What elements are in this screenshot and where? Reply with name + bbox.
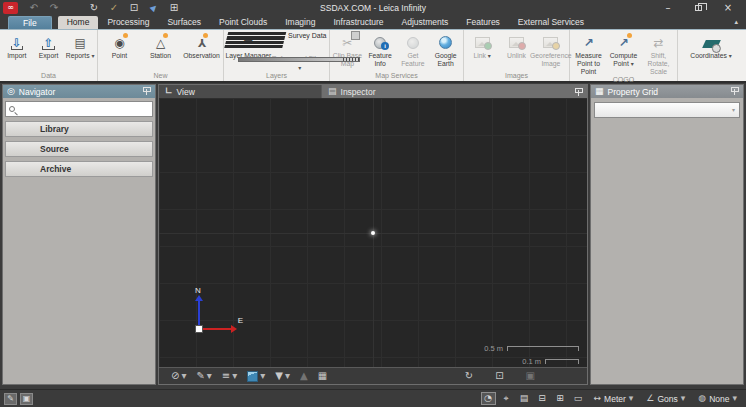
archive-button[interactable]: ⊡ <box>126 2 142 15</box>
close-button[interactable]: × <box>720 2 736 15</box>
delete-button[interactable] <box>66 2 82 15</box>
tab-surfaces[interactable]: Surfaces <box>158 16 210 29</box>
shift-rotate-scale-button-icon: ⇄ <box>653 37 663 49</box>
status-locate-button[interactable]: ⌖ <box>499 392 514 405</box>
crs-select[interactable]: ◍None▾ <box>693 394 742 404</box>
view-toolbar: ⊘▾✎▾≡▾▾▼▾▲▦ ↻⊡▣ <box>159 367 587 384</box>
property-grid-icon: ▦ <box>595 87 604 96</box>
georeference-image-button[interactable]: Georeference Image <box>534 33 568 68</box>
ribbon-group-images: Link ▾UnlinkGeoreference ImageImages <box>464 30 570 81</box>
search-input[interactable] <box>18 105 149 114</box>
tab-inspector[interactable]: ▤ Inspector <box>321 85 574 98</box>
tab-view[interactable]: ∟ View <box>159 85 321 98</box>
grid-toggle-button[interactable]: ▦ <box>314 369 331 384</box>
property-grid-panel: ▦ Property Grid ▾ <box>590 84 744 385</box>
property-grid-selector[interactable]: ▾ <box>594 102 740 118</box>
unlink-image-button[interactable]: Unlink <box>499 33 533 60</box>
sync-button[interactable]: ↻ <box>86 2 102 15</box>
tab-adjustments[interactable]: Adjustments <box>393 16 458 29</box>
clip-base-map-button[interactable]: ✂Clip Base Map <box>331 33 364 68</box>
reset-rotation-button[interactable]: ↻ <box>461 369 477 384</box>
coordinates-button-icon <box>702 40 721 48</box>
pin-tool-button[interactable]: ▶ <box>146 2 162 15</box>
view-pin-icon[interactable] <box>574 88 583 97</box>
property-grid-pin-icon[interactable] <box>730 87 739 96</box>
reports-button-label: Reports ▾ <box>66 52 95 60</box>
view-orientation-button[interactable]: ▾ <box>243 369 269 384</box>
layout-button-icon: ⊞ <box>170 3 178 13</box>
layers-dropdown-button[interactable]: ▾ <box>298 65 301 71</box>
referenced-files-button[interactable]: Referenced Files ▾ <box>272 55 328 62</box>
status-panel-button[interactable]: ▣ <box>20 393 33 405</box>
google-earth-button[interactable]: Google Earth <box>429 33 462 68</box>
navigator-pin-icon[interactable] <box>142 87 151 96</box>
tab-infrastructure[interactable]: Infrastructure <box>324 16 392 29</box>
navigator-section-archive[interactable]: Archive <box>5 161 153 177</box>
feature-info-button[interactable]: Feature Info <box>364 33 397 68</box>
status-pencil-button[interactable]: ✎ <box>4 393 17 405</box>
stamp-button[interactable]: ✓ <box>106 2 122 15</box>
status-list-button[interactable]: ▤ <box>517 392 532 405</box>
collapse-ribbon-button[interactable]: ▴ <box>734 16 738 29</box>
ribbon-group-items: ≡Layer ManagerReferenced Files ▾▾ <box>224 32 329 71</box>
reports-button[interactable]: ▤Reports ▾ <box>64 33 96 60</box>
shift-rotate-scale-button[interactable]: ⇄Shift, Rotate, Scale <box>641 33 676 75</box>
app-logo-icon: ∞ <box>7 4 14 12</box>
app-logo-button[interactable]: ∞ <box>3 2 18 14</box>
new-badge-dot <box>203 33 208 38</box>
status-folder-button[interactable]: ▭ <box>571 392 586 405</box>
status-cards-button[interactable]: ⊟ <box>535 392 550 405</box>
tab-home[interactable]: Home <box>58 16 99 29</box>
filter-button-icon: ▼ <box>275 371 283 381</box>
layout-button[interactable]: ⊞ <box>166 2 182 15</box>
import-button[interactable]: ⇩Import <box>1 33 33 60</box>
minimize-button[interactable]: – <box>660 2 676 15</box>
scale-bar-large-rule <box>507 346 579 351</box>
compute-point-button[interactable]: ↗Compute Point ▾ <box>606 33 641 68</box>
coordinates-button[interactable]: Coordinates ▾ <box>679 33 743 60</box>
shift-rotate-scale-button-iconwrap: ⇄ <box>653 33 663 52</box>
point-button[interactable]: ◉Point <box>99 33 140 60</box>
measure-point-to-point-button[interactable]: ↗Measure Point to Point <box>571 33 606 75</box>
status-clock-button[interactable]: ◔ <box>481 392 496 405</box>
scale-bar-large: 0.5 m <box>484 344 579 353</box>
cone-view-button[interactable]: ▲ <box>296 369 312 384</box>
point-marker[interactable] <box>371 231 375 235</box>
ribbon-group-items: ⇩Import⇧Export▤Reports ▾ <box>0 32 97 71</box>
view-canvas[interactable]: N E 0.5 m 0.1 m <box>159 98 587 367</box>
shift-rotate-scale-button-label: Shift, Rotate, Scale <box>641 52 676 75</box>
point-button-label: Point <box>112 52 128 60</box>
navigator-section-library[interactable]: Library <box>5 121 153 137</box>
filter-button[interactable]: ▼▾ <box>271 369 294 384</box>
tab-processing[interactable]: Processing <box>98 16 158 29</box>
tab-imaging[interactable]: Imaging <box>276 16 324 29</box>
layer-manager-button[interactable]: ≡Layer Manager <box>225 33 272 60</box>
zoom-extents-button[interactable]: ⊡ <box>491 369 507 384</box>
status-pencil-button-icon: ✎ <box>7 395 14 403</box>
station-button[interactable]: △Station <box>140 33 181 60</box>
google-earth-button-label: Google Earth <box>429 52 462 68</box>
export-button[interactable]: ⇧Export <box>33 33 65 60</box>
layers-extra-column: Referenced Files ▾▾ <box>272 55 328 71</box>
observation-button[interactable]: YObservation <box>181 33 222 60</box>
quick-access-toolbar: ↶↷↻✓⊡▶⊞ <box>26 2 182 15</box>
display-layers-button[interactable]: ≡▾ <box>218 369 241 384</box>
undo-button[interactable]: ↶ <box>26 2 42 15</box>
camera-button[interactable]: ▣ <box>522 369 539 384</box>
get-feature-button[interactable]: Get Feature <box>397 33 430 68</box>
restore-button[interactable] <box>690 2 706 15</box>
navigator-section-source[interactable]: Source <box>5 141 153 157</box>
distance-unit-select[interactable]: ↔Meter▾ <box>589 394 639 404</box>
draw-style-button[interactable]: ✎▾ <box>192 369 215 384</box>
tab-features[interactable]: Features <box>457 16 509 29</box>
titlebar: ∞ ↶↷↻✓⊡▶⊞ SSDAX.COM - Leica Infinity –× <box>0 0 746 16</box>
tab-point-clouds[interactable]: Point Clouds <box>210 16 276 29</box>
view-axis-icon: ∟ <box>165 87 173 96</box>
status-export-button[interactable]: ⊞ <box>553 392 568 405</box>
tab-external-services[interactable]: External Services <box>509 16 593 29</box>
angle-unit-select[interactable]: ∠Gons▾ <box>641 394 690 404</box>
link-image-button[interactable]: Link ▾ <box>465 33 499 60</box>
redo-button[interactable]: ↷ <box>46 2 62 15</box>
tab-file[interactable]: File <box>8 16 52 29</box>
background-map-button[interactable]: ⊘▾ <box>167 369 190 384</box>
